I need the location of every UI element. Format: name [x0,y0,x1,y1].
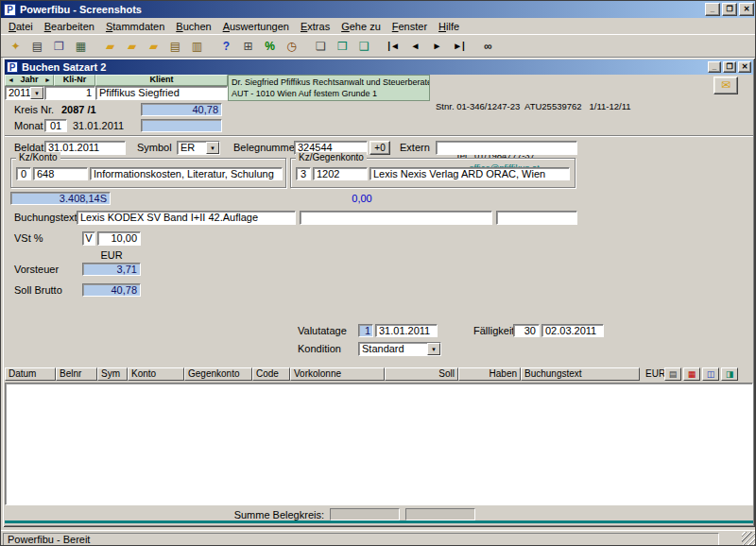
buchungstext-field[interactable]: Lexis KODEX SV Band I+II 42.Auflage [77,211,296,225]
jahr-next-icon[interactable]: ► [44,76,51,85]
folder-list-icon[interactable]: ▰ [143,36,164,56]
menu-hilfe[interactable]: Hilfe [433,20,465,33]
minimize-button[interactable]: _ [705,3,720,16]
column-header-datum[interactable]: Datum [5,367,56,381]
help-icon[interactable]: ? [215,36,237,56]
menu-fenster[interactable]: Fenster [387,20,433,33]
envelope-button[interactable]: ✉ [713,77,738,94]
menu-gehezu[interactable]: Gehe zu [335,20,387,33]
print-icon[interactable]: ▤ [26,36,48,56]
monat-amount-field[interactable] [141,119,222,132]
vst-value-field[interactable]: 10,00 [97,231,141,246]
client-info-panel: Dr. Siegfried Pfiffikus Rechtsanwalt und… [228,75,430,101]
table-eur-label: EUR [645,368,665,379]
faelligkeit-date-field[interactable]: 02.03.2011 [541,324,604,337]
paste-icon[interactable]: ❑ [353,36,375,56]
folder-docs-icon[interactable]: ▰ [121,36,143,56]
belegnummer-label: Belegnummer [233,141,298,155]
valutatage-field[interactable]: 1 [358,324,373,337]
column-header-soll[interactable]: Soll [385,367,458,381]
sollbrutto-label: Soll Brutto [14,283,62,298]
kzgegenkonto-name-field[interactable]: Lexis Nexis Verlag ARD ORAC, Wien [369,167,570,180]
kzgegenkonto-konto-field[interactable]: 1202 [313,167,368,180]
menu-buchen[interactable]: Buchen [170,20,216,33]
kzgegenkonto-kz-field[interactable]: 3 [296,167,311,180]
app-window: P Powerfibu - Screenshots _ ❐ ✕ Datei Be… [0,0,756,546]
klient-field[interactable]: Pfiffikus Siegfried [95,86,228,100]
table-print-icon[interactable]: ▤ [664,367,681,381]
login-icon[interactable]: ✦ [5,36,26,56]
klinr-field[interactable]: 1 [44,86,95,100]
valutatage-label: Valutatage [298,324,347,338]
column-header-belnr[interactable]: Belnr [56,367,97,381]
menu-datei[interactable]: Datei [3,20,39,33]
grid-icon[interactable]: ▥ [186,36,208,56]
menu-stammdaten[interactable]: Stammdaten [100,20,170,33]
kreis-amount-field[interactable]: 40,78 [141,103,222,116]
nav-next-icon[interactable]: ► [426,36,448,56]
table-icon[interactable]: ▦ [70,36,92,56]
nav-first-icon[interactable]: |◄ [383,36,404,56]
list-icon[interactable]: ▤ [164,36,186,56]
kzkonto-legend: Kz/Konto [16,152,60,162]
valuta-date-field[interactable]: 31.01.2011 [375,324,438,337]
percent-icon[interactable]: % [259,36,281,56]
main-titlebar[interactable]: P Powerfibu - Screenshots _ ❐ ✕ [1,1,756,18]
column-header-code[interactable]: Code [252,367,290,381]
maximize-button[interactable]: ❐ [722,3,737,16]
column-header-konto[interactable]: Konto [128,367,184,381]
child-window-icon: P [7,61,18,73]
kzkonto-saldo-field: 3.408,14S [10,192,111,205]
extern-field[interactable] [436,141,577,155]
child-minimize-button[interactable]: _ [708,61,721,73]
column-header-gegenkonto[interactable]: Gegenkonto [184,367,252,381]
kondition-combobox[interactable]: Standard ▼ [358,342,441,356]
nav-prev-icon[interactable]: ◄ [404,36,426,56]
vst-code-field[interactable]: V [82,231,95,246]
nav-last-icon[interactable]: ►| [448,36,470,56]
search-icon[interactable]: ∞ [477,36,499,56]
buchungstext-field-3[interactable] [496,211,577,225]
table-currency-icon[interactable]: ▦ [683,367,700,381]
kzkonto-name-field[interactable]: Informationskosten, Literatur, Schulung [90,167,283,180]
chevron-down-icon[interactable]: ▼ [206,142,219,154]
copy-icon[interactable]: ❏ [310,36,332,56]
buchungen-list[interactable] [5,383,753,505]
export-icon[interactable]: ❐ [48,36,70,56]
child-close-button[interactable]: ✕ [738,61,751,73]
column-header-vorkolonne[interactable]: Vorkolonne [290,367,385,381]
jahr-prev-icon[interactable]: ◄ [8,76,14,85]
menu-bearbeiten[interactable]: Bearbeiten [39,20,100,33]
client-name: Dr. Siegfried Pfiffikus Rechtsanwalt und… [232,77,426,88]
resize-grip[interactable] [742,532,756,546]
child-maximize-button[interactable]: ❐ [723,61,736,73]
plus-null-button[interactable]: +0 [369,141,390,155]
jahr-combobox[interactable]: 2011 ▼ [5,86,44,100]
kzkonto-konto-field[interactable]: 648 [33,167,88,180]
buchungstext-field-2[interactable] [300,211,492,225]
calculator-icon[interactable]: ⊞ [237,36,259,56]
chevron-down-icon[interactable]: ▼ [30,87,43,99]
summe-belegkreis-label: Summe Belegkreis: [154,509,324,520]
kzkonto-kz-field[interactable]: 0 [16,167,31,180]
chevron-down-icon[interactable]: ▼ [427,343,440,355]
sollbrutto-field[interactable]: 40,78 [82,283,141,297]
klient-header: Klient [95,75,228,86]
vorsteuer-field[interactable]: 3,71 [82,263,141,276]
monat-field[interactable]: 01 [44,119,67,132]
column-header-haben[interactable]: Haben [458,367,521,381]
book-icon[interactable]: ❒ [332,36,353,56]
table-calc-icon[interactable]: ◨ [721,367,738,381]
app-icon: P [4,4,16,16]
menu-auswertungen[interactable]: Auswertungen [217,20,295,33]
close-button[interactable]: ✕ [739,3,754,16]
clock-icon[interactable]: ◷ [281,36,302,56]
menu-extras[interactable]: Extras [295,20,335,33]
column-header-buchungstext[interactable]: Buchungstext [521,367,640,381]
child-titlebar[interactable]: P Buchen Satzart 2 _ ❐ ✕ [5,60,753,75]
folder-open-icon[interactable]: ▰ [99,36,121,56]
column-header-sym[interactable]: Sym [97,367,128,381]
faelligkeit-days-field[interactable]: 30 [513,324,540,337]
symbol-combobox[interactable]: ER ▼ [177,141,220,155]
table-sort-icon[interactable]: ◫ [702,367,719,381]
